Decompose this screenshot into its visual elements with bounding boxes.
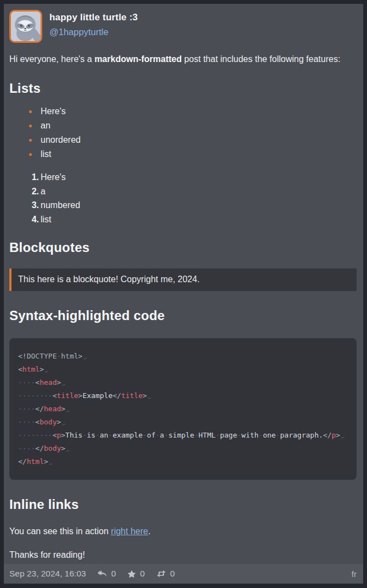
- code-line: <html>↵: [18, 363, 348, 376]
- newline-marker-icon: ↵: [66, 408, 69, 413]
- favorite-button[interactable]: 0: [127, 569, 145, 579]
- list-number: 3.: [32, 198, 39, 212]
- list-number: 4.: [32, 212, 39, 227]
- author-block: happy little turtle :3 @1happyturtle: [49, 10, 138, 37]
- display-name: happy little turtle :3: [49, 12, 138, 23]
- language-tag[interactable]: fr: [352, 569, 357, 579]
- list-item: 3.numbered: [9, 198, 357, 212]
- list-item: Here's: [9, 104, 357, 119]
- code-line: <!DOCTYPE·html>↵: [18, 350, 348, 363]
- newline-marker-icon: ↵: [83, 355, 86, 361]
- blockquote: This here is a blockquote! Copyright me,…: [9, 268, 357, 291]
- list-item: 4.list: [9, 212, 357, 227]
- post-body: Hi everyone, here's a markdown-formatted…: [4, 43, 363, 562]
- list-number: 1.: [32, 170, 39, 184]
- ordered-list: 1.Here's 2.a 3.numbered 4.list: [9, 170, 357, 226]
- sloth-avatar-icon: [11, 12, 41, 41]
- code-line: ····<head>↵: [18, 376, 348, 389]
- code-heading: Syntax-highlighted code: [9, 308, 357, 323]
- boost-button[interactable]: 0: [156, 569, 175, 579]
- favorite-count: 0: [140, 569, 145, 579]
- timestamp[interactable]: Sep 23, 2024, 16:03: [9, 569, 86, 579]
- list-text: Here's: [41, 172, 66, 182]
- right-here-link[interactable]: right here: [111, 527, 148, 536]
- intro-paragraph: Hi everyone, here's a markdown-formatted…: [9, 52, 357, 66]
- lists-heading: Lists: [9, 81, 357, 96]
- code-line: ····</head>↵: [18, 402, 348, 416]
- newline-marker-icon: ↵: [341, 434, 344, 440]
- newline-marker-icon: ↵: [62, 421, 65, 427]
- boost-count: 0: [170, 569, 175, 579]
- code-line: ····</body>↵: [18, 442, 348, 455]
- code-line: </html>↵: [18, 455, 348, 468]
- inline-links-heading: Inline links: [9, 497, 357, 512]
- unordered-list: Here's an unordered list: [9, 104, 357, 161]
- post-header: happy little turtle :3 @1happyturtle: [4, 4, 363, 43]
- intro-text-after: post that includes the following feature…: [182, 54, 340, 64]
- code-block: <!DOCTYPE·html>↵<html>↵····<head>↵······…: [9, 338, 357, 480]
- list-text: numbered: [41, 200, 80, 210]
- list-text: list: [41, 215, 52, 224]
- outro-paragraph: Thanks for reading!: [9, 548, 357, 562]
- link-paragraph: You can see this in action right here.: [9, 524, 357, 539]
- intro-bold-text: markdown-formatted: [94, 54, 182, 64]
- code-line: ········<p>This·is·an·example·of·a·simpl…: [18, 429, 348, 442]
- avatar[interactable]: [9, 10, 42, 43]
- newline-marker-icon: ↵: [148, 395, 151, 400]
- code-line: ····<body>↵: [18, 416, 348, 429]
- list-item: list: [9, 147, 357, 161]
- link-text-after: .: [148, 527, 150, 536]
- list-item: unordered: [9, 133, 357, 147]
- list-item: an: [9, 119, 357, 133]
- link-text-before: You can see this in action: [9, 527, 111, 536]
- blockquotes-heading: Blockquotes: [9, 240, 357, 255]
- boost-icon: [156, 570, 170, 578]
- list-number: 2.: [32, 184, 39, 199]
- author-handle[interactable]: @1happyturtle: [49, 27, 138, 37]
- intro-text-before: Hi everyone, here's a: [9, 54, 94, 64]
- code-line: ········<title>Example</title>↵: [18, 389, 348, 402]
- reply-count: 0: [111, 569, 116, 579]
- list-item: 2.a: [9, 184, 357, 199]
- newline-marker-icon: ↵: [45, 368, 48, 374]
- list-item: 1.Here's: [9, 170, 357, 184]
- newline-marker-icon: ↵: [66, 447, 69, 453]
- reply-button[interactable]: 0: [97, 569, 116, 579]
- list-text: a: [41, 187, 46, 196]
- reply-icon: [97, 570, 111, 578]
- post-footer: Sep 23, 2024, 16:03 0 0: [4, 564, 363, 584]
- newline-marker-icon: ↵: [49, 461, 52, 466]
- newline-marker-icon: ↵: [62, 382, 65, 387]
- post-card: happy little turtle :3 @1happyturtle Hi …: [4, 4, 363, 584]
- star-icon: [127, 570, 140, 578]
